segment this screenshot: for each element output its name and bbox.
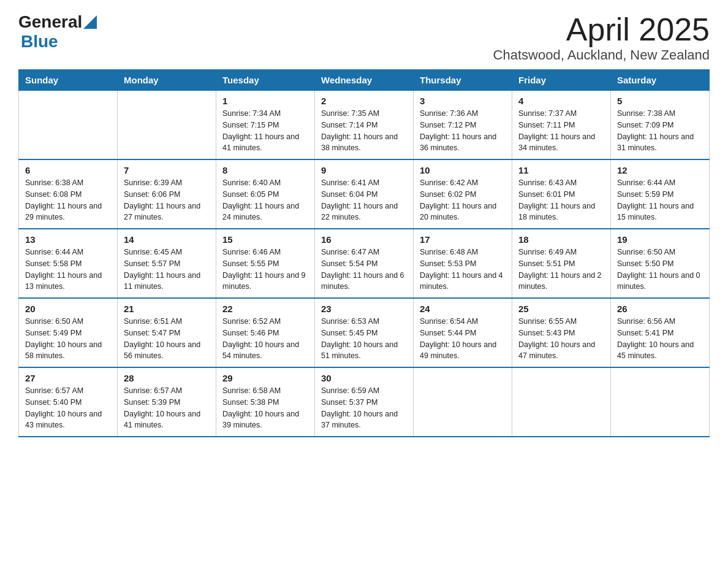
day-info: Sunrise: 6:55 AMSunset: 5:43 PMDaylight:…: [518, 316, 604, 362]
day-info: Sunrise: 6:58 AMSunset: 5:38 PMDaylight:…: [222, 385, 308, 431]
day-info: Sunrise: 6:38 AMSunset: 6:08 PMDaylight:…: [25, 177, 111, 223]
day-number: 2: [321, 96, 407, 106]
day-info: Sunrise: 6:42 AMSunset: 6:02 PMDaylight:…: [420, 177, 506, 223]
calendar-cell: [414, 367, 512, 437]
day-number: 14: [124, 234, 210, 245]
calendar-cell: 16Sunrise: 6:47 AMSunset: 5:54 PMDayligh…: [315, 229, 414, 298]
calendar-cell: 12Sunrise: 6:44 AMSunset: 5:59 PMDayligh…: [611, 159, 710, 229]
day-info: Sunrise: 7:35 AMSunset: 7:14 PMDaylight:…: [321, 108, 407, 154]
calendar-cell: 30Sunrise: 6:59 AMSunset: 5:37 PMDayligh…: [315, 367, 414, 437]
day-number: 23: [321, 304, 407, 314]
day-info: Sunrise: 6:51 AMSunset: 5:47 PMDaylight:…: [124, 316, 210, 362]
calendar-cell: 26Sunrise: 6:56 AMSunset: 5:41 PMDayligh…: [611, 298, 710, 367]
day-info: Sunrise: 7:34 AMSunset: 7:15 PMDaylight:…: [222, 108, 308, 154]
day-number: 10: [420, 165, 506, 175]
calendar-cell: 13Sunrise: 6:44 AMSunset: 5:58 PMDayligh…: [19, 229, 118, 298]
day-number: 19: [617, 234, 703, 245]
day-info: Sunrise: 6:57 AMSunset: 5:39 PMDaylight:…: [124, 385, 210, 431]
calendar-week-0: 1Sunrise: 7:34 AMSunset: 7:15 PMDaylight…: [19, 91, 710, 160]
day-info: Sunrise: 6:47 AMSunset: 5:54 PMDaylight:…: [321, 247, 407, 293]
calendar-cell: 22Sunrise: 6:52 AMSunset: 5:46 PMDayligh…: [216, 298, 315, 367]
col-header-saturday: Saturday: [611, 70, 710, 91]
svg-marker-0: [83, 15, 97, 29]
day-number: 22: [222, 304, 308, 314]
day-number: 26: [617, 304, 703, 314]
day-info: Sunrise: 7:38 AMSunset: 7:09 PMDaylight:…: [617, 108, 703, 154]
calendar-cell: 7Sunrise: 6:39 AMSunset: 6:06 PMDaylight…: [118, 159, 216, 229]
day-number: 6: [25, 165, 111, 175]
day-number: 24: [420, 304, 506, 314]
calendar-week-3: 20Sunrise: 6:50 AMSunset: 5:49 PMDayligh…: [19, 298, 710, 367]
day-info: Sunrise: 6:59 AMSunset: 5:37 PMDaylight:…: [321, 385, 407, 431]
calendar-week-1: 6Sunrise: 6:38 AMSunset: 6:08 PMDaylight…: [19, 159, 710, 229]
day-info: Sunrise: 6:45 AMSunset: 5:57 PMDaylight:…: [124, 247, 210, 293]
calendar-cell: 20Sunrise: 6:50 AMSunset: 5:49 PMDayligh…: [19, 298, 118, 367]
col-header-wednesday: Wednesday: [315, 70, 414, 91]
calendar-cell: 21Sunrise: 6:51 AMSunset: 5:47 PMDayligh…: [118, 298, 216, 367]
day-info: Sunrise: 6:48 AMSunset: 5:53 PMDaylight:…: [420, 247, 506, 293]
calendar-table: SundayMondayTuesdayWednesdayThursdayFrid…: [18, 69, 710, 437]
day-number: 9: [321, 165, 407, 175]
day-info: Sunrise: 6:43 AMSunset: 6:01 PMDaylight:…: [518, 177, 604, 223]
day-number: 11: [518, 165, 604, 175]
col-header-tuesday: Tuesday: [216, 70, 315, 91]
day-number: 1: [222, 96, 308, 106]
day-number: 5: [617, 96, 703, 106]
day-info: Sunrise: 6:46 AMSunset: 5:55 PMDaylight:…: [222, 247, 308, 293]
logo-general-text: General: [18, 12, 82, 32]
calendar-cell: 1Sunrise: 7:34 AMSunset: 7:15 PMDaylight…: [216, 91, 315, 160]
day-info: Sunrise: 7:36 AMSunset: 7:12 PMDaylight:…: [420, 108, 506, 154]
calendar-cell: 23Sunrise: 6:53 AMSunset: 5:45 PMDayligh…: [315, 298, 414, 367]
calendar-cell: 19Sunrise: 6:50 AMSunset: 5:50 PMDayligh…: [611, 229, 710, 298]
calendar-cell: 15Sunrise: 6:46 AMSunset: 5:55 PMDayligh…: [216, 229, 315, 298]
calendar-cell: 18Sunrise: 6:49 AMSunset: 5:51 PMDayligh…: [512, 229, 611, 298]
day-info: Sunrise: 6:53 AMSunset: 5:45 PMDaylight:…: [321, 316, 407, 362]
calendar-cell: [19, 91, 118, 160]
day-number: 20: [25, 304, 111, 314]
day-info: Sunrise: 6:40 AMSunset: 6:05 PMDaylight:…: [222, 177, 308, 223]
day-number: 30: [321, 373, 407, 383]
calendar-cell: 24Sunrise: 6:54 AMSunset: 5:44 PMDayligh…: [414, 298, 512, 367]
day-number: 28: [124, 373, 210, 383]
calendar-cell: [611, 367, 710, 437]
page-subtitle: Chatswood, Auckland, New Zealand: [493, 47, 710, 63]
calendar-cell: 2Sunrise: 7:35 AMSunset: 7:14 PMDaylight…: [315, 91, 414, 160]
col-header-thursday: Thursday: [414, 70, 512, 91]
calendar-cell: 10Sunrise: 6:42 AMSunset: 6:02 PMDayligh…: [414, 159, 512, 229]
day-number: 25: [518, 304, 604, 314]
day-info: Sunrise: 6:44 AMSunset: 5:59 PMDaylight:…: [617, 177, 703, 223]
calendar-cell: [512, 367, 611, 437]
day-number: 4: [518, 96, 604, 106]
day-number: 29: [222, 373, 308, 383]
page-title: April 2025: [493, 12, 710, 47]
calendar-cell: [118, 91, 216, 160]
logo-blue-text: Blue: [21, 32, 58, 51]
page-header: General Blue April 2025 Chatswood, Auckl…: [18, 12, 710, 63]
day-info: Sunrise: 6:56 AMSunset: 5:41 PMDaylight:…: [617, 316, 703, 362]
day-info: Sunrise: 6:57 AMSunset: 5:40 PMDaylight:…: [25, 385, 111, 431]
calendar-cell: 29Sunrise: 6:58 AMSunset: 5:38 PMDayligh…: [216, 367, 315, 437]
calendar-week-2: 13Sunrise: 6:44 AMSunset: 5:58 PMDayligh…: [19, 229, 710, 298]
calendar-cell: 8Sunrise: 6:40 AMSunset: 6:05 PMDaylight…: [216, 159, 315, 229]
day-info: Sunrise: 6:54 AMSunset: 5:44 PMDaylight:…: [420, 316, 506, 362]
day-info: Sunrise: 6:52 AMSunset: 5:46 PMDaylight:…: [222, 316, 308, 362]
logo-triangle-icon: [83, 15, 97, 29]
calendar-cell: 11Sunrise: 6:43 AMSunset: 6:01 PMDayligh…: [512, 159, 611, 229]
day-number: 12: [617, 165, 703, 175]
day-number: 3: [420, 96, 506, 106]
day-info: Sunrise: 6:50 AMSunset: 5:49 PMDaylight:…: [25, 316, 111, 362]
day-info: Sunrise: 6:41 AMSunset: 6:04 PMDaylight:…: [321, 177, 407, 223]
calendar-cell: 9Sunrise: 6:41 AMSunset: 6:04 PMDaylight…: [315, 159, 414, 229]
calendar-cell: 3Sunrise: 7:36 AMSunset: 7:12 PMDaylight…: [414, 91, 512, 160]
col-header-friday: Friday: [512, 70, 611, 91]
calendar-cell: 28Sunrise: 6:57 AMSunset: 5:39 PMDayligh…: [118, 367, 216, 437]
calendar-cell: 27Sunrise: 6:57 AMSunset: 5:40 PMDayligh…: [19, 367, 118, 437]
col-header-monday: Monday: [118, 70, 216, 91]
day-number: 21: [124, 304, 210, 314]
day-number: 8: [222, 165, 308, 175]
calendar-cell: 25Sunrise: 6:55 AMSunset: 5:43 PMDayligh…: [512, 298, 611, 367]
day-info: Sunrise: 6:50 AMSunset: 5:50 PMDaylight:…: [617, 247, 703, 293]
day-info: Sunrise: 6:49 AMSunset: 5:51 PMDaylight:…: [518, 247, 604, 293]
day-info: Sunrise: 7:37 AMSunset: 7:11 PMDaylight:…: [518, 108, 604, 154]
day-number: 27: [25, 373, 111, 383]
